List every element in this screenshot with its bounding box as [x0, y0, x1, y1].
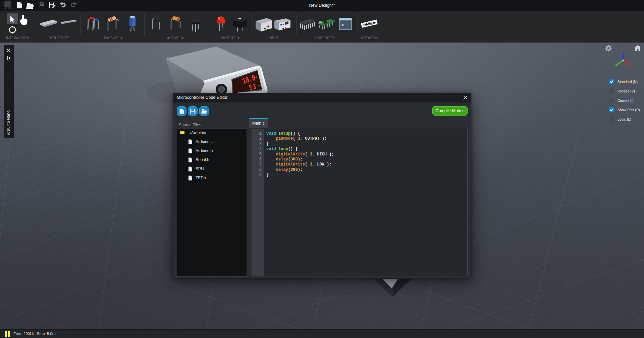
svg-text:>_: >_	[341, 23, 346, 28]
